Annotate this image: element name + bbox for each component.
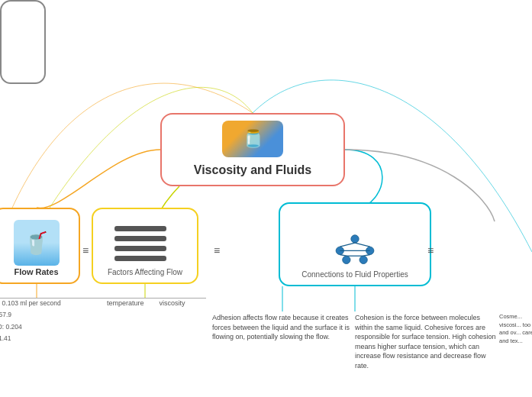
- adhesion-text-block: Adhesion affects flow rate because it cr…: [212, 313, 353, 342]
- divider-center: ≡: [214, 244, 220, 257]
- svg-line-11: [340, 255, 347, 257]
- flow-rates-icon: 🥤: [14, 220, 60, 266]
- svg-point-4: [351, 235, 359, 243]
- right-partial-text: Cosme... viscosi... too flp... and ov...…: [499, 313, 532, 345]
- temperature-label: temperature: [107, 299, 144, 307]
- list-line-1: [114, 226, 166, 231]
- flow-rates-label: Flow Rates: [14, 267, 58, 276]
- svg-line-9: [340, 243, 355, 247]
- node-connections-to-fluid[interactable]: Connections to Fluid Properties: [279, 202, 431, 286]
- central-node[interactable]: 🫙 Viscosity and Fluids: [160, 113, 345, 186]
- node-right-partial[interactable]: [0, 0, 46, 84]
- connections-label: Connections to Fluid Properties: [301, 270, 408, 279]
- svg-point-8: [360, 256, 367, 263]
- mind-map-canvas: 🫙 Viscosity and Fluids 🥤 Flow Rates Fact…: [0, 0, 532, 397]
- list-line-3: [114, 246, 166, 251]
- central-title: Viscosity and Fluids: [194, 163, 311, 177]
- central-image: 🫙: [222, 121, 283, 157]
- central-icon: 🫙: [243, 129, 263, 149]
- right-partial-content: Cosme... viscosi... too flp... and ov...…: [499, 313, 532, 344]
- sub-item-h: H:57.9: [0, 309, 61, 321]
- sub-item-s: S:1.41: [0, 333, 61, 344]
- svg-point-7: [343, 256, 350, 263]
- cohesion-text-block: Cohesion is the force between molecules …: [355, 313, 496, 371]
- factors-icon-area: [114, 221, 176, 266]
- viscosity-label: viscosity: [160, 299, 185, 307]
- node-factors-affecting-flow[interactable]: Factors Affecting Flow: [92, 208, 198, 284]
- sub-item-w: W: 0.103 ml per second: [0, 298, 61, 309]
- connections-icon-area: [328, 221, 382, 270]
- cohesion-text: Cohesion is the force between molecules …: [355, 314, 496, 370]
- factors-sub-labels: temperature viscosity: [107, 299, 185, 307]
- divider-left-2: ≡: [82, 244, 89, 257]
- list-line-2: [114, 236, 166, 241]
- sub-item-co: CO: 0.204: [0, 321, 61, 333]
- node-flow-rates[interactable]: 🥤 Flow Rates: [0, 208, 80, 284]
- svg-line-10: [355, 243, 370, 247]
- list-line-4: [114, 256, 166, 261]
- factors-label: Factors Affecting Flow: [108, 268, 182, 276]
- divider-right: ≡: [427, 244, 434, 257]
- flow-rates-sub-items: W: 0.103 ml per second H:57.9 CO: 0.204 …: [0, 298, 61, 344]
- svg-line-12: [363, 255, 370, 257]
- adhesion-text: Adhesion affects flow rate because it cr…: [212, 314, 350, 341]
- network-icon: [332, 224, 378, 266]
